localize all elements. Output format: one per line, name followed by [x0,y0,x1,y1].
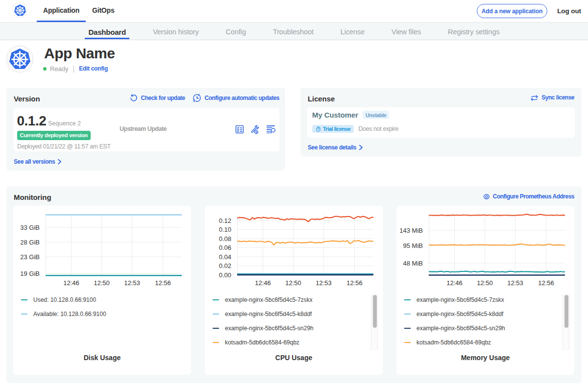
svg-text:28 GiB: 28 GiB [20,239,40,246]
svg-text:12:50: 12:50 [94,279,110,287]
svg-text:12:56: 12:56 [155,279,171,287]
svg-text:143 MiB: 143 MiB [399,227,423,234]
svg-text:95 MiB: 95 MiB [403,242,423,249]
svg-text:19 GiB: 19 GiB [20,270,40,277]
svg-text:12:50: 12:50 [477,279,493,287]
svg-text:12:53: 12:53 [507,279,523,287]
svg-text:12:56: 12:56 [538,279,554,287]
svg-text:0.08: 0.08 [219,235,231,243]
svg-text:0.06: 0.06 [219,244,231,251]
svg-text:12:46: 12:46 [63,279,79,287]
svg-text:12:46: 12:46 [255,279,271,287]
svg-text:33 GiB: 33 GiB [20,224,40,231]
svg-text:0.10: 0.10 [219,226,231,233]
svg-text:0.02: 0.02 [219,262,231,269]
svg-text:0.12: 0.12 [219,217,231,224]
svg-text:12:56: 12:56 [346,279,363,287]
svg-text:12:53: 12:53 [316,279,332,287]
svg-text:12:46: 12:46 [446,279,463,287]
svg-text:23 GiB: 23 GiB [20,253,40,261]
svg-text:0.00: 0.00 [219,271,231,279]
svg-text:0.04: 0.04 [219,253,231,261]
svg-text:12:53: 12:53 [124,279,140,287]
svg-text:12:50: 12:50 [285,279,301,287]
svg-text:48 MiB: 48 MiB [403,260,423,267]
